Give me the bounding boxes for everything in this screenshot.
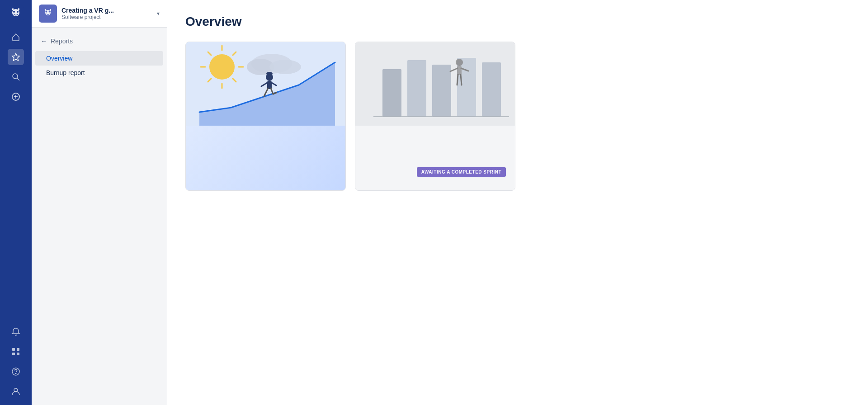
cards-grid: Burnup report Compare a sprint's complet… bbox=[185, 42, 850, 191]
burnup-label: Burnup report bbox=[46, 69, 85, 76]
awaiting-badge: AWAITING A COMPLETED SPRINT bbox=[417, 167, 506, 177]
svg-line-8 bbox=[17, 78, 19, 80]
reports-back-label: Reports bbox=[51, 38, 73, 45]
svg-line-58 bbox=[461, 75, 462, 85]
svg-rect-50 bbox=[407, 60, 426, 117]
svg-point-41 bbox=[266, 72, 273, 75]
svg-line-57 bbox=[457, 75, 458, 85]
project-header[interactable]: Creating a VR g... Software project ▾ bbox=[32, 0, 167, 28]
svg-point-55 bbox=[456, 59, 463, 66]
velocity-illustration: AWAITING A COMPLETED SPRINT bbox=[355, 42, 515, 190]
project-name: Creating a VR g... bbox=[61, 7, 152, 14]
project-type: Software project bbox=[61, 14, 152, 20]
svg-point-26 bbox=[209, 54, 235, 80]
nav-icon-apps[interactable] bbox=[8, 344, 24, 360]
reports-back-button[interactable]: ← Reports bbox=[32, 35, 167, 47]
burnup-card-body: Burnup report Compare a sprint's complet… bbox=[186, 190, 345, 191]
svg-rect-56 bbox=[457, 66, 462, 75]
velocity-report-card[interactable]: AWAITING A COMPLETED SPRINT Velocity rep… bbox=[355, 42, 515, 191]
svg-rect-49 bbox=[382, 69, 401, 117]
back-arrow-icon: ← bbox=[41, 38, 47, 45]
sidebar-item-overview[interactable]: Overview bbox=[35, 51, 163, 66]
svg-rect-12 bbox=[12, 348, 15, 351]
nav-icon-search[interactable] bbox=[8, 69, 24, 85]
nav-icon-home[interactable] bbox=[8, 29, 24, 45]
nav-icon-star[interactable] bbox=[8, 49, 24, 65]
main-content: Overview bbox=[167, 0, 868, 405]
app-logo[interactable] bbox=[8, 5, 24, 22]
svg-marker-6 bbox=[12, 53, 19, 61]
svg-point-17 bbox=[15, 373, 16, 374]
svg-rect-13 bbox=[17, 348, 19, 351]
svg-rect-5 bbox=[18, 8, 19, 10]
svg-rect-15 bbox=[17, 353, 19, 355]
svg-rect-23 bbox=[45, 9, 46, 11]
nav-icon-create[interactable] bbox=[8, 89, 24, 105]
svg-rect-24 bbox=[50, 9, 52, 11]
svg-point-3 bbox=[17, 11, 19, 13]
overview-label: Overview bbox=[46, 55, 72, 62]
svg-point-22 bbox=[49, 11, 50, 13]
svg-rect-53 bbox=[482, 62, 501, 117]
svg-rect-14 bbox=[12, 353, 15, 355]
svg-point-7 bbox=[13, 74, 18, 79]
svg-rect-4 bbox=[12, 8, 14, 10]
nav-icon-profile[interactable] bbox=[8, 383, 24, 400]
velocity-card-body: Velocity report Predict how much work yo… bbox=[355, 190, 515, 191]
nav-icon-help[interactable] bbox=[8, 363, 24, 380]
project-chevron-icon: ▾ bbox=[157, 10, 160, 17]
svg-rect-51 bbox=[432, 65, 451, 117]
burnup-report-card[interactable]: Burnup report Compare a sprint's complet… bbox=[185, 42, 346, 191]
project-avatar bbox=[39, 5, 57, 23]
project-info: Creating a VR g... Software project bbox=[61, 7, 152, 20]
svg-point-2 bbox=[13, 11, 15, 13]
nav-bar bbox=[0, 0, 32, 405]
burnup-illustration bbox=[186, 42, 345, 190]
nav-icon-notifications[interactable] bbox=[8, 324, 24, 340]
svg-point-21 bbox=[46, 11, 47, 13]
sidebar-item-burnup[interactable]: Burnup report bbox=[35, 66, 163, 80]
sidebar: Creating a VR g... Software project ▾ ← … bbox=[32, 0, 167, 405]
reports-nav: ← Reports Overview Burnup report bbox=[32, 28, 167, 87]
page-title: Overview bbox=[185, 14, 850, 29]
svg-point-37 bbox=[269, 60, 301, 74]
